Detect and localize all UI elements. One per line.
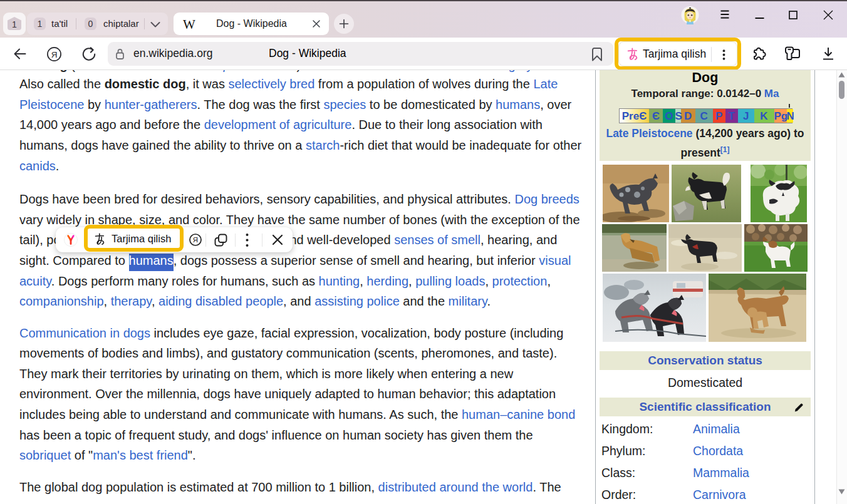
svg-text:Я: Я: [51, 50, 58, 59]
svg-text:Я: Я: [193, 236, 198, 244]
